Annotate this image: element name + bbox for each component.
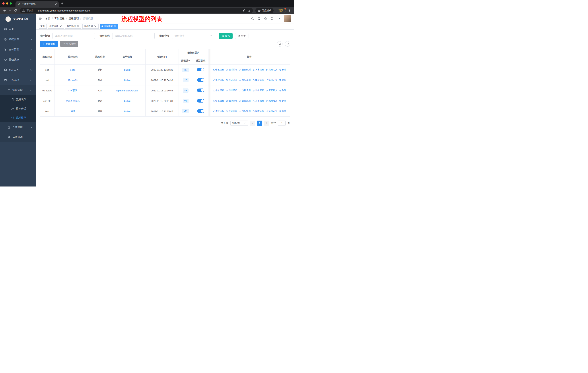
model-name-link[interactable]: eeee <box>70 69 75 71</box>
font-size-icon[interactable] <box>277 17 280 20</box>
update-button[interactable]: 更新 <box>276 8 286 13</box>
action-design-process[interactable]: 设计流程 <box>226 110 237 113</box>
bookmark-star-icon[interactable] <box>247 9 250 12</box>
active-toggle[interactable] <box>197 68 204 71</box>
form-info-link[interactable]: biubiu <box>124 110 130 113</box>
category-select[interactable]: 流程分类 <box>172 33 214 39</box>
close-tab-icon[interactable] <box>54 3 57 6</box>
close-icon[interactable] <box>94 25 97 28</box>
fullscreen-icon[interactable] <box>271 17 273 20</box>
goto-page-input[interactable] <box>278 121 286 126</box>
sidebar-item-leave-query[interactable]: 请假查询 <box>0 132 36 142</box>
tag-my-process[interactable]: 我的流程 <box>65 24 81 29</box>
action-design-process[interactable]: 设计流程 <box>226 68 237 71</box>
process-key-input[interactable] <box>52 33 95 39</box>
version-badge[interactable]: v4 <box>183 99 189 103</box>
action-publish-process[interactable]: 发布流程 <box>252 68 264 71</box>
action-assign-rule[interactable]: 分配规则 <box>239 79 251 81</box>
next-page-button[interactable] <box>264 121 269 126</box>
active-toggle[interactable] <box>197 109 204 113</box>
browser-menu-icon[interactable] <box>288 9 291 12</box>
url-text[interactable]: dashboard.yudao.iocoder.cn/bpm/manager/m… <box>38 9 239 12</box>
model-name-link[interactable]: OA 请假 <box>69 89 77 92</box>
form-info-link[interactable]: biubiu <box>124 79 130 81</box>
version-badge[interactable]: v5 <box>183 89 189 92</box>
active-toggle[interactable] <box>197 89 204 92</box>
import-process-button[interactable]: 导入流程 <box>60 41 78 47</box>
action-design-process[interactable]: 设计流程 <box>226 99 237 102</box>
collapse-sidebar-icon[interactable] <box>39 17 42 20</box>
github-icon[interactable] <box>258 17 261 20</box>
close-window-button[interactable] <box>2 2 5 5</box>
tag-process-model[interactable]: 流程模型 <box>100 24 118 29</box>
sidebar-item-infrastructure[interactable]: 基础设施 <box>0 55 36 65</box>
minimize-window-button[interactable] <box>6 2 8 5</box>
version-badge[interactable]: v21 <box>182 109 189 113</box>
close-icon[interactable] <box>59 25 62 28</box>
model-name-link[interactable]: 测试多审批人 <box>66 100 80 102</box>
tag-home[interactable]: 首页 <box>39 24 47 29</box>
active-toggle[interactable] <box>197 99 204 102</box>
active-toggle[interactable] <box>197 78 204 82</box>
action-delete[interactable]: 删除 <box>279 68 286 71</box>
close-icon[interactable] <box>77 25 79 28</box>
form-info-link[interactable]: /bpm/oa/leave/create <box>116 89 138 92</box>
form-info-link[interactable]: biubiu <box>124 69 130 71</box>
toggle-search-button[interactable] <box>277 41 283 47</box>
forward-button[interactable] <box>7 8 13 13</box>
password-key-icon[interactable] <box>242 9 245 12</box>
action-modify-process[interactable]: 修改流程 <box>212 68 224 71</box>
version-badge[interactable]: v2 <box>183 78 189 82</box>
breadcrumb-item[interactable]: 首页 <box>45 17 50 20</box>
action-assign-rule[interactable]: 分配规则 <box>239 89 251 92</box>
action-process-definition[interactable]: 流程定义 <box>266 68 277 71</box>
sidebar-item-task-manage[interactable]: 任务管理 <box>0 122 36 132</box>
address-bar[interactable]: 不安全 dashboard.yudao.iocoder.cn/bpm/manag… <box>20 8 253 13</box>
page-size-select[interactable]: 10条/页 <box>230 121 248 126</box>
action-modify-process[interactable]: 修改流程 <box>212 79 224 81</box>
sidebar-item-process-manage[interactable]: 流程管理 <box>0 85 36 95</box>
action-delete[interactable]: 删除 <box>279 79 286 81</box>
action-process-definition[interactable]: 流程定义 <box>266 99 277 102</box>
user-avatar[interactable] <box>284 15 291 22</box>
search-button[interactable]: 搜索 <box>219 33 232 39</box>
reset-button[interactable]: 重置 <box>235 33 248 39</box>
action-design-process[interactable]: 设计流程 <box>226 89 237 92</box>
security-label[interactable]: 不安全 <box>26 9 33 12</box>
sidebar-item-process-form[interactable]: 流程表单 <box>0 95 36 104</box>
current-page-button[interactable]: 1 <box>257 121 262 126</box>
action-publish-process[interactable]: 发布流程 <box>252 79 264 81</box>
action-publish-process[interactable]: 发布流程 <box>252 89 264 92</box>
action-process-definition[interactable]: 流程定义 <box>266 110 277 113</box>
sidebar-item-user-group[interactable]: 用户分组 <box>0 104 36 113</box>
tag-tenant[interactable]: 租户管理 <box>48 24 64 29</box>
model-name-link[interactable]: 自己审批 <box>68 79 78 81</box>
action-modify-process[interactable]: 修改流程 <box>212 99 224 102</box>
search-icon[interactable] <box>251 17 254 20</box>
action-process-definition[interactable]: 流程定义 <box>266 89 277 92</box>
reload-button[interactable] <box>13 8 18 13</box>
action-assign-rule[interactable]: 分配规则 <box>239 110 251 113</box>
action-delete[interactable]: 删除 <box>279 110 286 113</box>
action-modify-process[interactable]: 修改流程 <box>212 110 224 113</box>
action-publish-process[interactable]: 发布流程 <box>252 99 264 102</box>
action-process-definition[interactable]: 流程定义 <box>266 79 277 81</box>
sidebar-item-process-model[interactable]: 流程模型 <box>0 113 36 122</box>
process-name-input[interactable] <box>112 33 155 39</box>
action-modify-process[interactable]: 修改流程 <box>212 89 224 92</box>
breadcrumb-item[interactable]: 工作流程 <box>54 17 64 20</box>
sidebar-item-payment[interactable]: 支付管理 <box>0 44 36 55</box>
model-name-link[interactable]: 滔博 <box>71 110 75 112</box>
version-badge[interactable]: v17 <box>182 68 189 72</box>
sidebar-item-devtools[interactable]: 研发工具 <box>0 65 36 75</box>
tag-process-form[interactable]: 流程表单 <box>82 24 99 29</box>
breadcrumb-item[interactable]: 流程管理 <box>69 17 79 20</box>
form-info-link[interactable]: biubiu <box>124 100 130 102</box>
action-assign-rule[interactable]: 分配规则 <box>239 68 251 71</box>
sidebar-item-system[interactable]: 系统管理 <box>0 34 36 44</box>
new-tab-button[interactable] <box>61 2 64 5</box>
maximize-window-button[interactable] <box>10 2 12 5</box>
action-assign-rule[interactable]: 分配规则 <box>239 99 251 102</box>
create-process-button[interactable]: 新建流程 <box>40 41 58 47</box>
back-button[interactable] <box>2 8 7 13</box>
